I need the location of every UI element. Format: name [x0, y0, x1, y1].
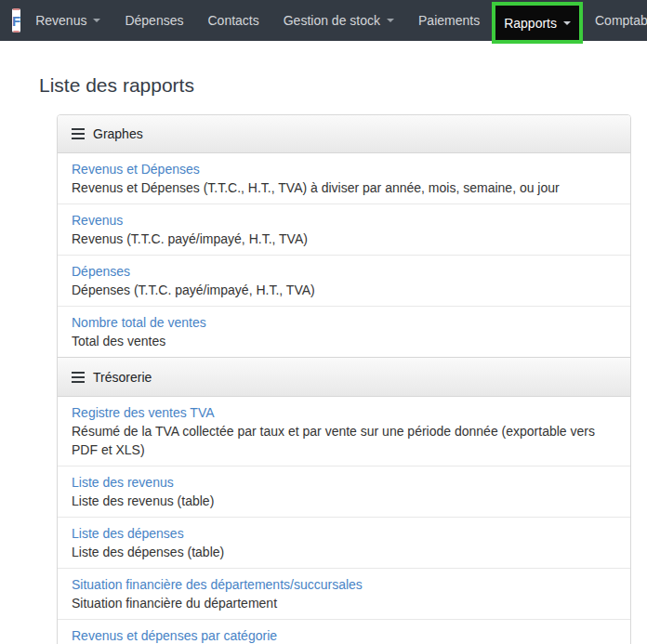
report-link[interactable]: Revenus et Dépenses	[72, 160, 200, 178]
top-navbar: F Revenus Dépenses Contacts Gestion de s…	[0, 0, 647, 41]
section-header-graphes: Graphes	[58, 115, 630, 153]
chevron-down-icon	[93, 19, 100, 22]
nav-item-comptabilite[interactable]: Comptabilité	[583, 0, 647, 41]
report-item-revenus-et-depenses: Revenus et Dépenses Revenus et Dépenses …	[58, 153, 630, 204]
report-description: Liste des dépenses (table)	[72, 543, 616, 561]
report-item-registre-des-ventes-tva: Registre des ventes TVA Résumé de la TVA…	[58, 397, 630, 466]
report-item-nombre-total-de-ventes: Nombre total de ventes Total des ventes	[58, 306, 630, 357]
report-item-depenses: Dépenses Dépenses (T.T.C. payé/impayé, H…	[58, 255, 630, 306]
page-title: Liste des rapports	[39, 72, 647, 99]
nav-item-label: Revenus	[35, 13, 86, 28]
report-item-revenus: Revenus Revenus (T.T.C. payé/impayé, H.T…	[58, 204, 630, 255]
report-link[interactable]: Situation financière des départements/su…	[72, 575, 363, 594]
menu-icon	[72, 128, 85, 139]
section-header-label: Trésorerie	[93, 370, 152, 385]
app-logo-letter: F	[12, 14, 20, 28]
report-link[interactable]: Revenus et dépenses par catégorie	[72, 626, 277, 644]
nav-item-contacts[interactable]: Contacts	[195, 0, 271, 41]
nav-item-gestion-de-stock[interactable]: Gestion de stock	[271, 0, 406, 41]
nav-item-label: Contacts	[207, 13, 258, 28]
report-link[interactable]: Registre des ventes TVA	[72, 403, 215, 422]
report-link[interactable]: Liste des dépenses	[72, 524, 184, 543]
report-description: Revenus (T.T.C. payé/impayé, H.T., TVA)	[72, 230, 616, 248]
report-link[interactable]: Nombre total de ventes	[72, 313, 206, 332]
nav-item-label: Rapports	[504, 16, 557, 31]
report-item-liste-des-depenses: Liste des dépenses Liste des dépenses (t…	[58, 517, 630, 568]
report-item-revenus-depenses-par-categorie: Revenus et dépenses par catégorie Balanc…	[58, 619, 630, 644]
menu-icon	[72, 372, 85, 383]
nav-item-label: Paiements	[418, 13, 480, 28]
main-content: Liste des rapports Graphes Revenus et Dé…	[0, 72, 647, 644]
report-description: Dépenses (T.T.C. payé/impayé, H.T., TVA)	[72, 281, 616, 299]
section-header-tresorerie: Trésorerie	[58, 357, 630, 397]
report-description: Résumé de la TVA collectée par taux et p…	[72, 422, 616, 459]
nav-item-revenus[interactable]: Revenus	[23, 0, 112, 41]
reports-panel: Graphes Revenus et Dépenses Revenus et D…	[57, 114, 631, 644]
nav-item-paiements[interactable]: Paiements	[406, 0, 492, 41]
nav-item-label: Gestion de stock	[284, 13, 380, 28]
chevron-down-icon	[563, 21, 571, 25]
report-item-liste-des-revenus: Liste des revenus Liste des revenus (tab…	[58, 466, 630, 517]
nav-item-depenses[interactable]: Dépenses	[112, 0, 195, 41]
nav-item-rapports-highlighted[interactable]: Rapports	[492, 2, 583, 44]
chevron-down-icon	[387, 19, 394, 22]
report-link[interactable]: Revenus	[72, 211, 123, 230]
section-header-label: Graphes	[93, 126, 143, 141]
report-link[interactable]: Dépenses	[72, 262, 130, 281]
report-description: Revenus et Dépenses (T.T.C., H.T., TVA) …	[72, 178, 616, 197]
report-description: Situation financière du département	[72, 594, 616, 612]
nav-item-label: Comptabilité	[595, 13, 647, 28]
report-description: Liste des revenus (table)	[72, 492, 616, 510]
report-link[interactable]: Liste des revenus	[72, 473, 174, 492]
nav-item-label: Dépenses	[125, 13, 183, 28]
report-item-situation-financiere: Situation financière des départements/su…	[58, 568, 630, 619]
app-logo[interactable]: F	[12, 8, 20, 33]
report-description: Total des ventes	[72, 332, 616, 350]
